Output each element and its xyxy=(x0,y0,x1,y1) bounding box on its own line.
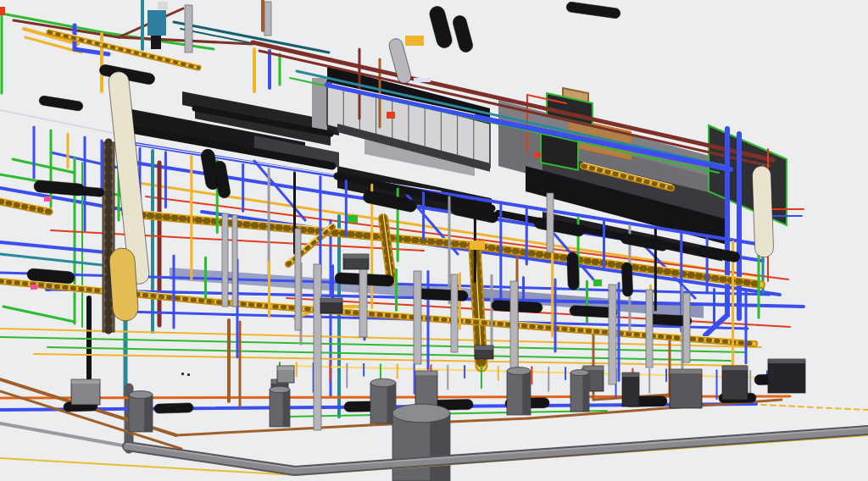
model-3d-viewport[interactable] xyxy=(0,0,868,481)
bim-viewer-window xyxy=(0,0,868,481)
